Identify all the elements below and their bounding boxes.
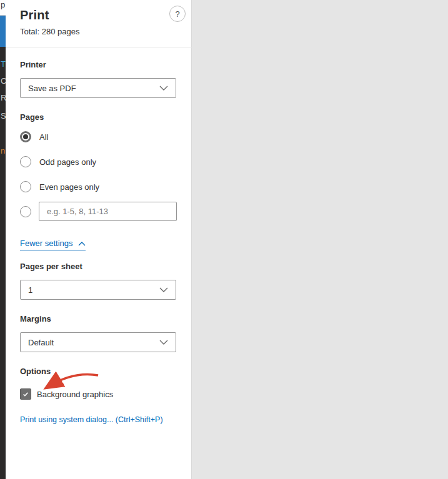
custom-page-range-input[interactable] [39, 202, 177, 221]
pages-label: Pages [20, 112, 44, 122]
chevron-down-icon [159, 287, 168, 292]
page-title: Print [20, 8, 49, 22]
radio-pages-all[interactable]: All [20, 131, 48, 142]
printer-dropdown-value: Save as PDF [28, 84, 159, 93]
margins-value: Default [28, 338, 159, 347]
margins-label: Margins [20, 314, 51, 323]
margins-dropdown[interactable]: Default [20, 332, 176, 352]
header-divider [6, 47, 192, 47]
edge-letter: R [1, 94, 6, 102]
underlying-page-sidebar-fragment: T C R S n [0, 47, 6, 479]
background-graphics-option[interactable]: Background graphics [20, 388, 113, 400]
chevron-up-icon [78, 239, 86, 248]
print-dialog-panel: Print Total: 280 pages ? Printer Save as… [6, 0, 192, 479]
chevron-down-icon [159, 86, 168, 91]
edge-letter: p [1, 0, 5, 9]
radio-unselected-icon[interactable] [20, 181, 31, 192]
print-preview-backdrop [192, 0, 448, 479]
printer-label: Printer [20, 60, 46, 69]
radio-unselected-icon[interactable] [20, 156, 31, 167]
pages-per-sheet-value: 1 [28, 285, 159, 295]
radio-selected-icon[interactable] [20, 131, 31, 142]
system-dialog-link[interactable]: Print using system dialog... (Ctrl+Shift… [20, 415, 163, 424]
edge-letter: n [1, 147, 5, 156]
radio-pages-even-label: Even pages only [39, 182, 99, 192]
edge-letter: S [1, 112, 6, 121]
question-mark-icon: ? [175, 9, 179, 19]
fewer-settings-link[interactable]: Fewer settings [20, 239, 86, 250]
underlying-page-edge: p T C R S n [0, 0, 6, 479]
total-pages-text: Total: 280 pages [20, 27, 79, 36]
edge-letter: T [1, 60, 6, 69]
options-label: Options [20, 367, 51, 376]
fewer-settings-label: Fewer settings [20, 239, 73, 248]
edge-letter: C [1, 77, 6, 86]
radio-unselected-icon[interactable] [20, 206, 31, 217]
underlying-page-toolbar-fragment: p [0, 0, 6, 16]
pages-per-sheet-label: Pages per sheet [20, 262, 82, 271]
printer-dropdown[interactable]: Save as PDF [20, 78, 176, 98]
help-button[interactable]: ? [169, 6, 186, 22]
radio-pages-odd[interactable]: Odd pages only [20, 156, 96, 167]
pages-per-sheet-dropdown[interactable]: 1 [20, 280, 176, 300]
background-graphics-label: Background graphics [37, 390, 113, 399]
radio-pages-odd-label: Odd pages only [39, 157, 96, 167]
radio-pages-all-label: All [39, 132, 48, 142]
underlying-page-blue-banner-fragment [0, 16, 6, 47]
chevron-down-icon [159, 340, 168, 345]
radio-pages-custom[interactable] [20, 206, 31, 217]
checkbox-checked-icon[interactable] [20, 388, 31, 400]
radio-pages-even[interactable]: Even pages only [20, 181, 99, 192]
